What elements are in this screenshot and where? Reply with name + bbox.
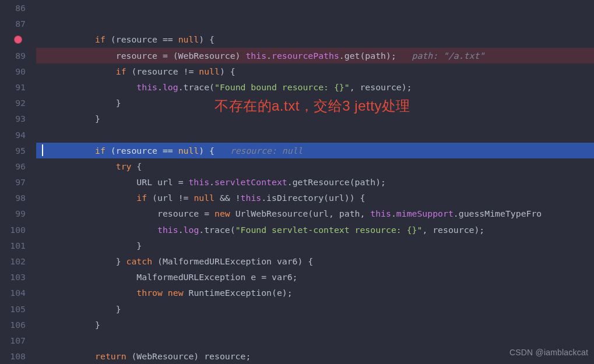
inline-hint: resource: null (215, 146, 303, 156)
code-line[interactable] (43, 127, 594, 143)
indent (43, 351, 95, 361)
code-text: } (116, 98, 121, 108)
code-line[interactable]: if (resource == null) { (43, 31, 594, 47)
code-line[interactable]: this.log.trace("Found bound resource: {}… (43, 79, 594, 95)
code-text: , resource); (422, 225, 484, 235)
code-text: . (178, 225, 184, 235)
code-line[interactable]: resource = new UrlWebResource(url, path,… (43, 206, 594, 221)
keyword-null: null (178, 34, 199, 44)
breakpoint-icon[interactable] (14, 36, 22, 44)
indent (43, 272, 136, 282)
code-text: ) { (199, 34, 215, 44)
indent (43, 146, 95, 156)
line-number[interactable]: 86 (0, 0, 26, 16)
keyword-return: return (95, 351, 126, 361)
line-number[interactable]: 102 (0, 253, 26, 269)
string-literal: "Found servlet-context resource: {}" (236, 225, 423, 235)
line-number[interactable]: 101 (0, 238, 26, 253)
line-number[interactable]: 105 (0, 301, 26, 317)
line-number-breakpoint[interactable]: 88 (0, 31, 26, 47)
keyword-null: null (199, 66, 220, 76)
code-text: { (131, 161, 142, 171)
code-text: (WebResource) resource; (126, 351, 251, 361)
code-text: . (391, 208, 396, 218)
code-line[interactable] (43, 333, 594, 348)
code-line[interactable]: } (43, 317, 594, 333)
code-line[interactable]: if (url != null && !this.isDirectory(url… (43, 190, 594, 206)
line-number[interactable]: 103 (0, 269, 26, 285)
code-text: . (266, 51, 272, 61)
line-number[interactable]: 89 (0, 48, 26, 63)
keyword-this: this (157, 225, 178, 235)
line-number[interactable]: 99 (0, 206, 26, 221)
code-text: , resource); (350, 82, 412, 92)
keyword-new: new (215, 208, 230, 218)
code-line-breakpoint[interactable]: resource = (WebResource) this.resourcePa… (36, 48, 594, 63)
code-text: URL url = (136, 177, 188, 187)
keyword-null: null (178, 146, 199, 156)
line-number[interactable]: 106 (0, 317, 26, 333)
code-text: .get(path); (339, 51, 396, 61)
line-number[interactable]: 104 (0, 285, 26, 301)
code-text: . (157, 82, 163, 92)
line-number[interactable]: 100 (0, 222, 26, 238)
code-area[interactable]: if (resource == null) { resource = (WebR… (36, 0, 594, 364)
code-text: resource = (WebResource) (116, 51, 246, 61)
code-line-current[interactable]: if (resource == null) { resource: null (36, 143, 594, 158)
code-editor[interactable]: 86 87 88 89 90 91 92 93 94 95 96 97 98 9… (0, 0, 594, 364)
code-line[interactable]: return (WebResource) resource; (43, 348, 594, 364)
indent (43, 241, 136, 250)
code-line[interactable]: this.log.trace("Found servlet-context re… (43, 222, 594, 238)
code-text: ) { (199, 146, 215, 156)
code-line[interactable]: } catch (MalformedURLException var6) { (43, 253, 594, 269)
code-line[interactable]: MalformedURLException e = var6; (43, 269, 594, 285)
line-number[interactable]: 91 (0, 79, 26, 95)
line-number-current[interactable]: 94 (0, 127, 26, 143)
property: log (184, 225, 199, 235)
line-number[interactable]: 96 (0, 158, 26, 174)
inline-hint: path: "/a.txt" (396, 51, 484, 61)
code-line[interactable]: } (43, 301, 594, 317)
code-text: (resource != (126, 66, 199, 76)
line-number[interactable]: 92 (0, 95, 26, 111)
code-text: RuntimeException(e); (184, 288, 293, 298)
keyword-this: this (136, 82, 157, 92)
keyword-null: null (194, 193, 215, 203)
indent (43, 225, 157, 235)
line-number[interactable]: 108 (0, 348, 26, 364)
line-number[interactable]: 87 (0, 16, 26, 31)
line-number[interactable]: 98 (0, 190, 26, 206)
line-number[interactable]: 93 (0, 111, 26, 126)
line-number-gutter[interactable]: 86 87 88 89 90 91 92 93 94 95 96 97 98 9… (0, 0, 36, 364)
code-text: } (136, 241, 142, 250)
keyword-if: if (95, 146, 106, 156)
line-number[interactable]: 97 (0, 174, 26, 190)
line-number[interactable]: 107 (0, 333, 26, 348)
property: resourcePaths (272, 51, 339, 61)
keyword-this: this (370, 208, 391, 218)
line-number[interactable]: 95 (0, 143, 26, 158)
indent (43, 98, 116, 108)
code-text: && ! (215, 193, 241, 203)
code-text: ) { (220, 66, 236, 76)
code-line[interactable]: URL url = this.servletContext.getResourc… (43, 174, 594, 190)
code-line[interactable]: throw new RuntimeException(e); (43, 285, 594, 301)
property: mimeSupport (396, 208, 454, 218)
string-literal: "Found bound resource: {}" (215, 82, 350, 92)
indent (43, 256, 116, 266)
code-line[interactable]: } (43, 111, 594, 126)
keyword-this: this (245, 51, 266, 61)
code-text: .getResource(path); (287, 177, 386, 187)
code-text: } (116, 256, 126, 266)
code-text: resource = (157, 208, 215, 218)
code-line[interactable]: if (resource != null) { (43, 63, 594, 79)
property: servletContext (215, 177, 287, 187)
code-line[interactable] (43, 16, 594, 31)
code-line[interactable]: try { (43, 158, 594, 174)
line-number[interactable]: 90 (0, 63, 26, 79)
code-line[interactable]: } (43, 95, 594, 111)
code-text (163, 288, 168, 298)
code-line[interactable]: } (43, 238, 594, 253)
indent (43, 177, 136, 187)
keyword-catch: catch (126, 256, 153, 266)
